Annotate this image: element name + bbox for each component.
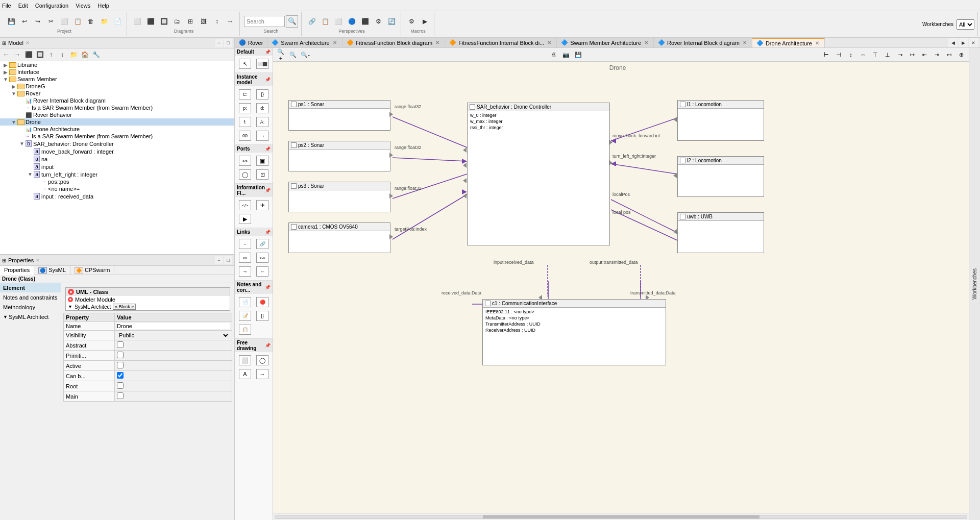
palette-link2[interactable]: 🔗 <box>254 238 271 251</box>
name-input[interactable] <box>117 323 230 329</box>
tab-drone-arch-close[interactable]: ✕ <box>814 40 820 46</box>
toggle-swarm-member[interactable]: ▼ <box>2 77 9 82</box>
same-width-btn[interactable]: ⇥ <box>931 49 942 60</box>
palette-link3[interactable]: <> <box>237 252 253 264</box>
search-input[interactable] <box>244 16 285 27</box>
tab-fitness-internal[interactable]: 🔶 FitnessFunction Internal Block di... ✕ <box>445 38 557 47</box>
undo-button[interactable]: ↩ <box>18 15 31 28</box>
layout-btn[interactable]: ⊕ <box>955 49 967 60</box>
block-c1[interactable]: c1 : CommunicationInterface IEEE802.11 :… <box>482 299 666 365</box>
prop-val-name[interactable] <box>115 322 232 331</box>
tb-btn-9[interactable]: 📄 <box>111 15 124 28</box>
tabs-close-all[interactable]: ✕ <box>969 38 978 47</box>
toggle-librairie[interactable]: ▶ <box>2 62 9 68</box>
toggle-drone[interactable]: ▼ <box>10 119 17 125</box>
tree-back-btn[interactable]: ← <box>1 49 11 60</box>
palette-select[interactable]: ⬜⬛ <box>254 58 271 70</box>
persp-btn-1[interactable]: 🔗 <box>306 15 318 28</box>
block-ps1[interactable]: ps1 : Sonar <box>288 100 390 131</box>
redo-button[interactable]: ↪ <box>32 15 44 28</box>
canb-checkbox[interactable] <box>117 372 124 379</box>
tree-item-move-back[interactable]: ▶ a move_back_forward : integer <box>0 147 234 155</box>
h-scrollbar[interactable] <box>273 513 969 520</box>
palette-port4[interactable]: ⊡ <box>254 168 271 181</box>
menu-help[interactable]: Help <box>97 3 109 9</box>
palette-port2[interactable]: ▣ <box>254 155 271 167</box>
tree-item-rover[interactable]: ▼ Rover <box>0 90 234 97</box>
tree-item-rover-behavior[interactable]: ▶ ⬛ Rover Behavior <box>0 111 234 118</box>
palette-port1[interactable]: </> <box>237 155 253 167</box>
tree-maximize-btn[interactable]: □ <box>224 39 232 47</box>
section-methodology[interactable]: Methodology <box>0 303 61 312</box>
prop-val-primitive[interactable] <box>115 351 232 361</box>
tab-swarm-member-close[interactable]: ✕ <box>643 40 649 46</box>
tab-rover-ibd-close[interactable]: ✕ <box>742 40 748 46</box>
tree-settings-btn[interactable]: 🔧 <box>91 49 101 60</box>
tree-up-btn[interactable]: ↑ <box>46 49 56 60</box>
default-pin[interactable]: 📌 <box>265 49 271 55</box>
palette-section-default-header[interactable]: Default 📌 <box>235 48 273 56</box>
palette-info1[interactable]: </> <box>237 199 253 212</box>
delete-button[interactable]: 🗑 <box>85 15 97 28</box>
palette-note3[interactable]: 📝 <box>237 310 253 323</box>
diag-btn-4[interactable]: 🗂 <box>171 15 183 28</box>
tab-drone-arch[interactable]: 🔷 Drone Architecture ✕ <box>752 38 825 47</box>
copy-button[interactable]: ⬜ <box>58 15 70 28</box>
block-sar[interactable]: SAR_behavior : Drone Controller w_0 : in… <box>467 103 610 245</box>
palette-port3[interactable]: ◯ <box>237 168 253 181</box>
persp-btn-4[interactable]: 🔵 <box>346 15 358 28</box>
tree-item-interface[interactable]: ▶ Interface <box>0 68 234 76</box>
tree-item-drone[interactable]: ▼ Drone <box>0 118 234 126</box>
tab-fitness-internal-close[interactable]: ✕ <box>546 40 552 46</box>
block-l1[interactable]: l1 : Locomotion <box>677 100 764 141</box>
tree-down-btn[interactable]: ↓ <box>57 49 67 60</box>
palette-a-item[interactable]: A: <box>254 116 271 129</box>
notes-pin[interactable]: 📌 <box>265 285 271 290</box>
menu-views[interactable]: Views <box>76 3 90 9</box>
palette-free3[interactable]: A <box>237 368 253 381</box>
tree-item-swarm-member[interactable]: ▼ Swarm Member <box>0 76 234 83</box>
palette-p-item[interactable]: p: <box>237 102 253 115</box>
palette-link5[interactable]: → <box>237 265 253 278</box>
visibility-select[interactable]: PublicPrivateProtected <box>117 332 230 339</box>
diag-btn-6[interactable]: 🖼 <box>198 15 210 28</box>
toggle-rover[interactable]: ▼ <box>10 91 17 96</box>
workbenches-combo[interactable]: All <box>957 19 974 30</box>
tree-item-sar-behavior[interactable]: ▼ b SAR_behavior: Drone Controller <box>0 140 234 147</box>
toggle-droneg[interactable]: ▶ <box>10 84 17 89</box>
paste-button[interactable]: 📋 <box>71 15 84 28</box>
diag-btn-3[interactable]: 🔲 <box>158 15 170 28</box>
palette-link1[interactable]: ↔ <box>237 238 253 251</box>
fit-width-btn[interactable]: ↦ <box>906 49 918 60</box>
tab-fitness-block-close[interactable]: ✕ <box>434 40 440 46</box>
same-height-btn[interactable]: ↤ <box>943 49 954 60</box>
block-l2[interactable]: l2 : Locomotion <box>677 156 764 197</box>
align-top-btn[interactable]: ↔ <box>857 49 869 60</box>
tab-rover[interactable]: 🔵 Rover <box>235 38 267 47</box>
palette-link4[interactable]: <-> <box>254 252 271 264</box>
block-uwb[interactable]: uwb : UWB <box>677 212 764 253</box>
palette-info2[interactable]: ✈ <box>254 199 271 212</box>
persp-btn-3[interactable]: ⬜ <box>332 15 345 28</box>
menu-edit[interactable]: Edit <box>18 3 28 9</box>
props-minimize-btn[interactable]: − <box>215 256 223 264</box>
tree-minimize-btn[interactable]: − <box>215 39 223 47</box>
props-maximize-btn[interactable]: □ <box>224 256 232 264</box>
tree-item-drone-arch[interactable]: ▶ 📊 Drone Architecture <box>0 126 234 133</box>
palette-00-item[interactable]: 00 <box>237 130 253 142</box>
toggle-turn-left[interactable]: ▼ <box>27 171 34 177</box>
tree-item-na[interactable]: ▶ a na <box>0 155 234 163</box>
palette-section-free-header[interactable]: Free drawing 📌 <box>235 339 273 352</box>
palette-section-instance-header[interactable]: Instance model 📌 <box>235 73 273 86</box>
menu-file[interactable]: File <box>2 3 11 9</box>
diag-btn-8[interactable]: ↔ <box>224 15 236 28</box>
prop-val-main[interactable] <box>115 391 232 402</box>
zoom-in-btn[interactable]: 🔍+ <box>275 49 286 60</box>
tree-item-drone-sar[interactable]: ▶ → Is a SAR Swarm Member (from Swarm Me… <box>0 133 234 140</box>
tb-btn-8[interactable]: 📁 <box>98 15 110 28</box>
free-pin[interactable]: 📌 <box>265 343 271 348</box>
tab-swarm-member[interactable]: 🔷 Swarm Member Architecture ✕ <box>557 38 654 47</box>
palette-link6[interactable]: ↔ <box>254 265 271 278</box>
root-checkbox[interactable] <box>117 382 124 389</box>
section-element[interactable]: Element <box>0 283 61 293</box>
